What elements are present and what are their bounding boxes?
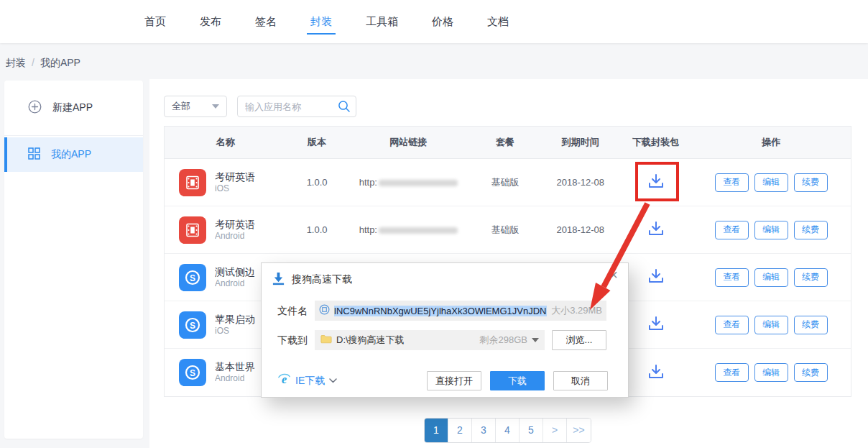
download-package-button[interactable] <box>645 313 668 337</box>
app-expiry: 2018-12-08 <box>541 224 620 235</box>
nav-item-signature[interactable]: 签名 <box>255 0 277 43</box>
sidebar-item-label: 我的APP <box>51 148 91 161</box>
nav-item-publish[interactable]: 发布 <box>200 0 221 43</box>
table-row: 考研英语 Android 1.0.0 http: 基础版 2018-12-08 … <box>165 206 851 254</box>
app-name: 考研英语 <box>215 218 255 231</box>
col-header-actions: 操作 <box>691 136 851 149</box>
download-package-button[interactable] <box>645 361 668 385</box>
edit-button[interactable]: 编辑 <box>754 173 788 192</box>
breadcrumb-package[interactable]: 封装 <box>6 57 26 68</box>
page-4-button[interactable]: 4 <box>496 419 520 442</box>
filename-field[interactable]: lNC9wNnRNbXgwUE5jYjlhaXk3OWlEMG1JVnJDND0… <box>315 301 606 321</box>
renew-button[interactable]: 续费 <box>794 316 828 334</box>
sidebar: 新建APP 我的APP <box>4 81 143 439</box>
app-version: 1.0.0 <box>287 224 348 235</box>
app-package: 基础版 <box>469 176 541 189</box>
next-page-button[interactable]: > <box>543 419 567 442</box>
app-platform: Android <box>215 231 255 242</box>
renew-button[interactable]: 续费 <box>794 363 828 382</box>
download-package-button[interactable] <box>645 265 668 289</box>
edit-button[interactable]: 编辑 <box>754 316 788 334</box>
svg-text:S: S <box>190 368 195 378</box>
chevron-down-icon <box>329 378 337 383</box>
download-button[interactable]: 下载 <box>490 371 545 390</box>
space-remaining: 剩余298GB <box>480 334 527 347</box>
edit-button[interactable]: 编辑 <box>754 268 788 287</box>
last-page-button[interactable]: >> <box>567 419 591 442</box>
svg-text:S: S <box>190 320 195 330</box>
app-version: 1.0.0 <box>287 177 348 188</box>
blurred-url <box>379 180 458 186</box>
col-header-expiry: 到期时间 <box>541 136 620 149</box>
app-name: 测试侧边 <box>215 265 255 278</box>
search-icon[interactable] <box>338 100 351 116</box>
folder-icon <box>320 334 332 347</box>
app-name: 苹果启动 <box>215 313 255 326</box>
svg-text:S: S <box>190 273 195 283</box>
close-icon[interactable]: × <box>609 268 618 282</box>
renew-button[interactable]: 续费 <box>794 268 828 287</box>
app-name: 考研英语 <box>215 170 255 183</box>
view-button[interactable]: 查看 <box>715 316 749 334</box>
filename-value: lNC9wNnRNbXgwUE5jYjlhaXk3OWlEMG1JVnJDND0 <box>334 306 547 316</box>
internet-explorer-icon: e <box>277 372 291 389</box>
filter-dropdown[interactable]: 全部 <box>164 96 227 117</box>
dialog-title: 搜狗高速下载 <box>292 273 352 286</box>
ie-download-label: IE下载 <box>295 375 325 388</box>
col-header-package: 套餐 <box>469 136 541 149</box>
col-header-download: 下载封装包 <box>620 136 692 149</box>
pagination: 1 2 3 4 5 > >> <box>424 418 591 443</box>
edit-button[interactable]: 编辑 <box>754 221 788 239</box>
view-button[interactable]: 查看 <box>715 268 749 287</box>
edit-button[interactable]: 编辑 <box>754 363 788 382</box>
renew-button[interactable]: 续费 <box>794 221 828 239</box>
table-header-row: 名称 版本 网站链接 套餐 到期时间 下载封装包 操作 <box>165 127 851 159</box>
renew-button[interactable]: 续费 <box>794 173 828 192</box>
annotation-highlight-box <box>635 162 679 201</box>
browse-button[interactable]: 浏览... <box>552 330 606 350</box>
grid-icon <box>28 147 40 162</box>
film-app-icon <box>179 216 206 244</box>
page-5-button[interactable]: 5 <box>520 419 543 442</box>
view-button[interactable]: 查看 <box>715 363 749 382</box>
file-type-icon <box>319 304 330 318</box>
nav-item-package[interactable]: 封装 <box>310 0 332 43</box>
app-package: 基础版 <box>469 224 541 237</box>
film-app-icon <box>179 169 206 196</box>
nav-item-toolbox[interactable]: 工具箱 <box>366 0 398 43</box>
sidebar-item-label: 新建APP <box>52 101 93 114</box>
top-navigation: 首页 发布 签名 封装 工具箱 价格 文档 <box>0 0 868 43</box>
filename-label: 文件名 <box>277 305 308 318</box>
sogou-app-icon: S <box>179 359 206 386</box>
app-link: http: <box>348 177 470 188</box>
sidebar-item-my-app[interactable]: 我的APP <box>4 137 143 172</box>
save-path-field[interactable]: D:\搜狗高速下载 剩余298GB <box>315 330 545 350</box>
blurred-url <box>379 227 458 234</box>
view-button[interactable]: 查看 <box>715 173 749 192</box>
sidebar-item-new-app[interactable]: 新建APP <box>4 81 143 136</box>
nav-item-price[interactable]: 价格 <box>432 0 453 43</box>
ie-download-toggle[interactable]: e IE下载 <box>277 372 337 389</box>
col-header-name: 名称 <box>165 136 287 149</box>
page-3-button[interactable]: 3 <box>472 419 496 442</box>
cancel-button[interactable]: 取消 <box>553 371 608 390</box>
sogou-app-icon: S <box>179 311 206 339</box>
open-directly-button[interactable]: 直接打开 <box>427 371 481 390</box>
nav-item-home[interactable]: 首页 <box>144 0 166 43</box>
sogou-app-icon: S <box>179 264 206 291</box>
nav-item-docs[interactable]: 文档 <box>487 0 509 43</box>
app-expiry: 2018-12-08 <box>541 177 620 188</box>
table-row: 考研英语 iOS 1.0.0 http: 基础版 2018-12-08 查看 编… <box>165 159 851 206</box>
breadcrumb-separator: / <box>32 57 34 68</box>
page-2-button[interactable]: 2 <box>448 419 472 442</box>
download-package-button[interactable] <box>645 218 668 242</box>
chevron-down-icon[interactable] <box>532 338 539 342</box>
view-button[interactable]: 查看 <box>715 221 749 239</box>
sogou-download-dialog: 搜狗高速下载 × 文件名 lNC9wNnRNbXgwUE5jYjlhaXk3OW… <box>261 262 629 398</box>
app-name: 基本世界 <box>215 360 255 373</box>
app-link: http: <box>348 224 470 235</box>
col-header-link: 网站链接 <box>347 136 469 149</box>
app-platform: Android <box>215 278 255 290</box>
breadcrumb: 封装/我的APP <box>6 57 80 70</box>
page-1-button[interactable]: 1 <box>425 419 448 442</box>
